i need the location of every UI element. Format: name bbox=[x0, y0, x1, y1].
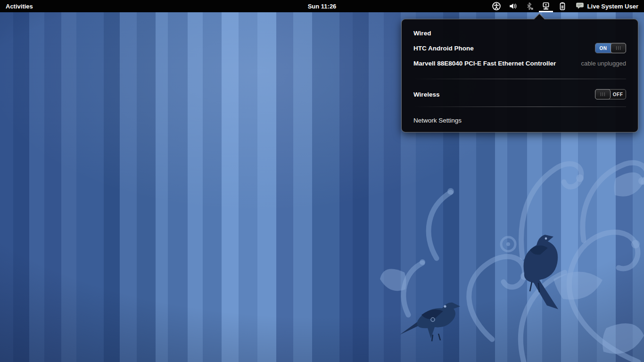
toggle-off-label: OFF bbox=[610, 90, 626, 99]
network-wired-icon[interactable] bbox=[540, 0, 552, 12]
toggle-knob bbox=[611, 43, 626, 53]
desktop: Activities Sun 11:26 bbox=[0, 0, 644, 362]
battery-icon[interactable] bbox=[556, 0, 569, 12]
network-settings-label: Network Settings bbox=[413, 117, 462, 124]
htc-android-phone-toggle[interactable]: ON bbox=[595, 43, 626, 53]
menu-item-network-settings[interactable]: Network Settings bbox=[413, 113, 626, 128]
wireless-section-label: Wireless bbox=[413, 91, 439, 98]
wireless-toggle[interactable]: OFF bbox=[595, 89, 626, 99]
menu-item-marvell-ethernet[interactable]: Marvell 88E8040 PCI-E Fast Ethernet Cont… bbox=[413, 56, 626, 71]
menu-separator bbox=[413, 107, 626, 107]
wallpaper-flourish-art bbox=[380, 117, 644, 362]
toggle-on-label: ON bbox=[595, 43, 611, 53]
clock-button[interactable]: Sun 11:26 bbox=[308, 3, 337, 10]
chat-status-icon bbox=[576, 2, 584, 11]
user-menu[interactable]: Live System User bbox=[573, 0, 641, 12]
bluetooth-disabled-icon[interactable] bbox=[523, 0, 536, 12]
marvell-ethernet-label: Marvell 88E8040 PCI-E Fast Ethernet Cont… bbox=[413, 60, 556, 67]
cable-unplugged-status: cable unplugged bbox=[581, 60, 626, 67]
system-tray: Live System User bbox=[490, 0, 641, 12]
top-bar: Activities Sun 11:26 bbox=[0, 0, 644, 12]
menu-section-wireless[interactable]: Wireless OFF bbox=[413, 85, 626, 104]
htc-android-phone-label: HTC Android Phone bbox=[413, 45, 474, 52]
menu-section-wired: Wired bbox=[413, 25, 626, 41]
bird-silhouette-large bbox=[523, 235, 558, 309]
menu-separator bbox=[413, 79, 626, 79]
menu-item-htc-android-phone[interactable]: HTC Android Phone ON bbox=[413, 41, 626, 56]
activities-button[interactable]: Activities bbox=[0, 0, 39, 12]
user-name-label: Live System User bbox=[587, 3, 638, 10]
toggle-knob bbox=[595, 89, 611, 99]
network-menu: Wired HTC Android Phone ON Marvell 88E80… bbox=[401, 19, 638, 132]
volume-icon[interactable] bbox=[507, 0, 519, 12]
wired-section-label: Wired bbox=[413, 30, 431, 37]
accessibility-icon[interactable] bbox=[490, 0, 503, 12]
bird-silhouette-small bbox=[400, 303, 460, 341]
